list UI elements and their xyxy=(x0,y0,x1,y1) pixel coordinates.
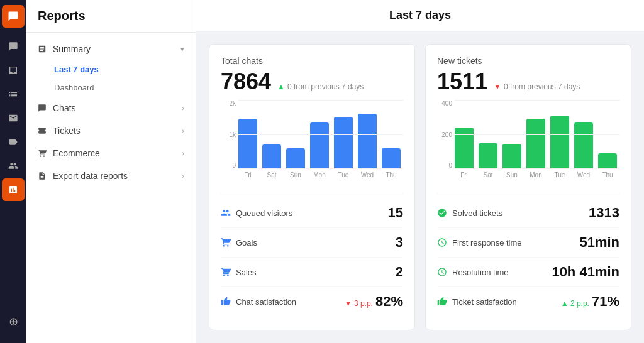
total-chats-stats: Queued visitors 15 Goals 3 Sales xyxy=(221,193,403,316)
mail-nav-icon[interactable] xyxy=(2,107,25,129)
green-chart-day-label: Mon xyxy=(526,172,545,178)
stat-solved-tickets: Solved tickets 1313 xyxy=(437,199,619,228)
first-response-label: First response time xyxy=(452,238,522,248)
total-chats-chart: 2k 1k 0 FriSatSunMonTueWedThu xyxy=(221,100,403,188)
list-nav-icon[interactable] xyxy=(2,83,25,106)
export-label: Export data reports xyxy=(53,171,128,181)
blue-chart-day-label: Thu xyxy=(382,172,401,178)
first-response-value: 51min xyxy=(579,234,619,251)
stat-goals: Goals 3 xyxy=(221,228,403,258)
chat-satisfaction-icon xyxy=(221,297,231,307)
export-icon xyxy=(38,172,47,180)
sales-value: 2 xyxy=(396,264,403,280)
blue-chart-gridlines xyxy=(238,100,403,169)
ecommerce-label: Ecommerce xyxy=(53,148,100,158)
sidebar-item-chats[interactable]: Chats › xyxy=(26,97,196,119)
inbox-nav-icon[interactable] xyxy=(2,59,25,82)
summary-chevron: ▾ xyxy=(180,45,184,53)
sidebar-item-summary[interactable]: Summary ▾ xyxy=(26,38,196,60)
green-chart-day-label: Sun xyxy=(502,172,521,178)
summary-icon xyxy=(38,45,47,53)
blue-chart-day-label: Wed xyxy=(358,172,377,178)
total-chats-trend-text: 0 from previous 7 days xyxy=(287,82,364,91)
green-chart-day-label: Thu xyxy=(598,172,617,178)
new-tickets-trend-icon: ▼ xyxy=(494,82,501,91)
blue-chart-day-label: Tue xyxy=(334,172,353,178)
chats-chevron: › xyxy=(182,104,184,112)
chats-label: Chats xyxy=(53,103,76,113)
total-chats-subtitle: ▲ 0 from previous 7 days xyxy=(277,82,364,91)
icon-bar: ⊕ xyxy=(0,0,26,343)
blue-chart-yaxis: 2k 1k 0 xyxy=(221,100,236,169)
blue-chart-day-label: Fri xyxy=(238,172,257,178)
queued-visitors-value: 15 xyxy=(388,205,403,221)
ticket-sat-trend: ▲ 2 p.p. xyxy=(561,299,589,308)
new-tickets-subtitle: ▼ 0 from previous 7 days xyxy=(494,82,580,91)
chats-icon xyxy=(38,104,47,112)
new-tickets-trend-text: 0 from previous 7 days xyxy=(504,82,580,91)
total-chats-card: Total chats 7864 ▲ 0 from previous 7 day… xyxy=(209,44,415,330)
sidebar-item-ecommerce[interactable]: Ecommerce › xyxy=(26,142,196,165)
goals-icon xyxy=(221,237,231,248)
resolution-time-label: Resolution time xyxy=(452,268,509,277)
sidebar: Reports Summary ▾ Last 7 days Dashboard … xyxy=(26,0,196,343)
sidebar-item-tickets[interactable]: Tickets › xyxy=(26,119,196,142)
main-area: Last 7 days Total chats 7864 ▲ 0 from pr… xyxy=(196,0,644,343)
solved-tickets-icon xyxy=(437,208,447,218)
sales-label: Sales xyxy=(236,268,257,277)
green-chart-day-label: Tue xyxy=(550,172,569,178)
stat-chat-satisfaction: Chat satisfaction ▼ 3 p.p. 82% xyxy=(221,287,403,316)
sidebar-item-tickets-left: Tickets xyxy=(38,126,80,136)
stat-queued-visitors: Queued visitors 15 xyxy=(221,199,403,228)
new-tickets-value: 1511 xyxy=(437,68,487,95)
nav-icons-bottom: ⊕ xyxy=(2,310,25,338)
tickets-label: Tickets xyxy=(53,126,80,136)
sidebar-item-ecommerce-left: Ecommerce xyxy=(38,148,100,158)
green-chart-day-label: Wed xyxy=(574,172,593,178)
ecommerce-chevron: › xyxy=(182,150,184,157)
total-chats-trend-icon: ▲ xyxy=(277,82,285,91)
green-chart-day-label: Sat xyxy=(479,172,497,178)
chat-icon[interactable] xyxy=(2,35,25,58)
sidebar-body: Summary ▾ Last 7 days Dashboard Chats › … xyxy=(26,33,196,192)
green-chart-gridlines xyxy=(455,100,619,169)
reports-nav-icon[interactable] xyxy=(2,178,25,201)
main-header: Last 7 days xyxy=(196,0,644,31)
sidebar-sub-item-last7days[interactable]: Last 7 days xyxy=(26,60,196,79)
blue-chart-day-label: Sun xyxy=(286,172,305,178)
goals-label: Goals xyxy=(236,238,257,248)
sidebar-item-summary-left: Summary xyxy=(38,44,91,54)
export-chevron: › xyxy=(182,172,184,180)
solved-tickets-label: Solved tickets xyxy=(452,209,502,218)
resolution-time-value: 10h 41min xyxy=(552,264,619,280)
stat-sales: Sales 2 xyxy=(221,258,403,287)
queued-visitors-icon xyxy=(221,208,231,218)
blue-chart-day-label: Sat xyxy=(262,172,281,178)
blue-chart-day-label: Mon xyxy=(310,172,329,178)
first-response-icon xyxy=(437,237,447,248)
sales-icon xyxy=(221,267,231,277)
people-nav-icon[interactable] xyxy=(2,155,25,177)
add-nav-icon[interactable]: ⊕ xyxy=(2,310,25,333)
green-chart-labels: FriSatSunMonTueWedThu xyxy=(437,172,619,178)
blue-chart-labels: FriSatSunMonTueWedThu xyxy=(221,172,403,178)
nav-icons-top xyxy=(2,35,25,308)
green-chart-yaxis: 400 200 0 xyxy=(437,100,452,169)
new-tickets-stats: Solved tickets 1313 First response time … xyxy=(437,193,619,316)
queued-visitors-label: Queued visitors xyxy=(236,209,292,218)
summary-label: Summary xyxy=(53,44,91,54)
goals-value: 3 xyxy=(396,234,403,251)
stat-first-response: First response time 51min xyxy=(437,228,619,258)
tag-nav-icon[interactable] xyxy=(2,131,25,153)
sidebar-item-export[interactable]: Export data reports › xyxy=(26,165,196,187)
sidebar-sub-item-dashboard[interactable]: Dashboard xyxy=(26,79,196,97)
tickets-chevron: › xyxy=(182,127,184,134)
period-label: Last 7 days xyxy=(389,9,451,21)
new-tickets-card: New tickets 1511 ▼ 0 from previous 7 day… xyxy=(425,44,631,330)
ticket-satisfaction-value: 71% xyxy=(592,293,619,310)
ticket-satisfaction-label: Ticket satisfaction xyxy=(452,297,517,307)
brand-icon[interactable] xyxy=(2,5,25,28)
chat-sat-trend: ▼ 3 p.p. xyxy=(345,299,373,308)
stat-ticket-satisfaction: Ticket satisfaction ▲ 2 p.p. 71% xyxy=(437,287,619,316)
tickets-icon xyxy=(38,126,47,135)
